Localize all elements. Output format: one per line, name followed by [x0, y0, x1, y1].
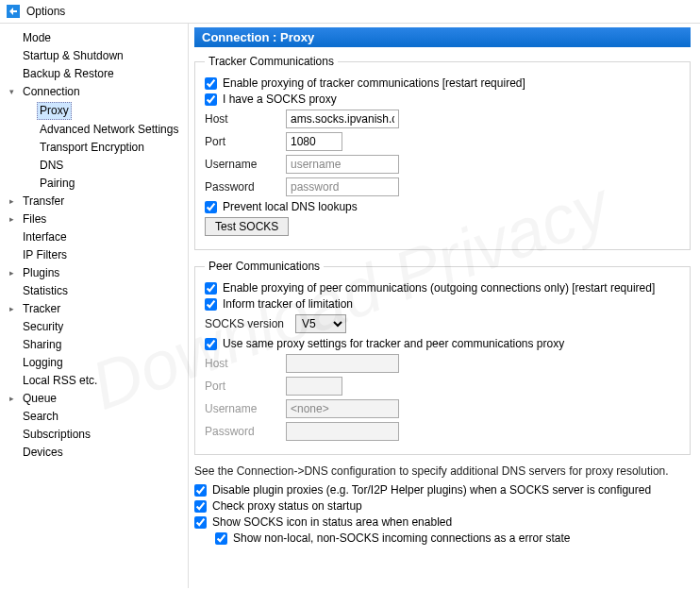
tree-item[interactable]: Advanced Network Settings: [23, 121, 184, 139]
tree-item[interactable]: ▸Transfer: [6, 193, 184, 211]
tree-item-label: Plugins: [20, 265, 62, 281]
tree-item[interactable]: Mode: [6, 29, 184, 47]
title-bar: Options: [0, 0, 700, 23]
tree-item-label: Security: [20, 319, 66, 335]
peer-username-label: Username: [205, 402, 280, 415]
tree-item-label: Transport Encryption: [37, 140, 147, 156]
socks-version-select[interactable]: V5: [295, 314, 346, 333]
disable-plugin-proxies-checkbox[interactable]: [194, 484, 207, 497]
have-socks-label: I have a SOCKS proxy: [223, 93, 337, 106]
chevron-right-icon[interactable]: ▸: [6, 391, 17, 407]
tree-item-label: Devices: [20, 445, 66, 461]
tree-item-label: Sharing: [20, 337, 64, 353]
tree-item[interactable]: Pairing: [23, 175, 184, 193]
tree-item[interactable]: Backup & Restore: [6, 65, 184, 83]
main-panel: Connection : Proxy Tracker Communication…: [189, 24, 700, 588]
app-icon: [6, 4, 21, 19]
tree-item[interactable]: ▸Plugins: [6, 264, 184, 282]
show-socks-icon-checkbox[interactable]: [194, 516, 207, 529]
tree-item-label: Logging: [20, 355, 66, 371]
password-input[interactable]: [286, 177, 399, 196]
password-label: Password: [205, 180, 280, 194]
peer-password-label: Password: [205, 425, 280, 438]
inform-tracker-label: Inform tracker of limitation: [223, 297, 353, 311]
tree-item-label: Search: [20, 409, 61, 425]
username-input[interactable]: [286, 155, 399, 174]
tree-item[interactable]: Statistics: [6, 282, 184, 300]
host-input[interactable]: [286, 110, 399, 128]
tree-item[interactable]: Logging: [6, 354, 184, 372]
tree-item-label: DNS: [37, 158, 66, 174]
tree-item[interactable]: Search: [6, 408, 184, 426]
port-input[interactable]: [286, 132, 342, 151]
chevron-right-icon[interactable]: ▸: [6, 265, 17, 281]
nav-tree: ModeStartup & ShutdownBackup & Restore▾C…: [0, 24, 189, 588]
port-label: Port: [205, 135, 280, 148]
check-startup-label: Check proxy status on startup: [212, 499, 362, 513]
tree-item-label: Mode: [20, 30, 54, 46]
tree-item[interactable]: DNS: [23, 157, 184, 175]
tree-item-label: Local RSS etc.: [20, 373, 100, 389]
tree-item[interactable]: Interface: [6, 228, 184, 246]
tree-item-label: IP Filters: [20, 247, 70, 263]
enable-peer-proxy-checkbox[interactable]: [205, 282, 217, 295]
prevent-dns-label: Prevent local DNS lookups: [223, 200, 358, 213]
enable-tracker-proxy-label: Enable proxying of tracker communication…: [223, 76, 525, 90]
tree-item-label: Statistics: [20, 283, 71, 299]
window-title: Options: [26, 5, 65, 18]
tree-item-label: Backup & Restore: [20, 66, 117, 82]
username-label: Username: [205, 158, 280, 171]
tree-item-label: Tracker: [20, 301, 63, 317]
tree-item-label: Advanced Network Settings: [37, 122, 181, 138]
tree-item-label: Connection: [20, 84, 83, 100]
peer-host-label: Host: [205, 357, 280, 370]
have-socks-checkbox[interactable]: [205, 93, 217, 106]
tree-item-label: Subscriptions: [20, 427, 93, 443]
test-socks-button[interactable]: Test SOCKS: [205, 217, 289, 236]
tree-item[interactable]: ▸Queue: [6, 390, 184, 408]
tree-item[interactable]: ▸Files: [6, 211, 184, 228]
enable-peer-proxy-label: Enable proxying of peer communications (…: [223, 281, 655, 295]
show-nonlocal-checkbox[interactable]: [215, 532, 227, 545]
tree-item-label: Proxy: [37, 102, 72, 120]
chevron-down-icon[interactable]: ▾: [6, 84, 17, 100]
tree-item-label: Startup & Shutdown: [20, 48, 126, 64]
tree-item-label: Files: [20, 211, 49, 228]
tree-item-label: Queue: [20, 391, 59, 407]
tracker-group: Tracker Communications Enable proxying o…: [194, 55, 691, 250]
dns-note: See the Connection->DNS configuration to…: [194, 464, 691, 478]
tree-item[interactable]: Startup & Shutdown: [6, 47, 184, 65]
peer-port-label: Port: [205, 379, 280, 393]
disable-plugin-proxies-label: Disable plugin proxies (e.g. Tor/I2P Hel…: [212, 483, 651, 497]
check-startup-checkbox[interactable]: [194, 500, 207, 513]
tree-item[interactable]: Transport Encryption: [23, 139, 184, 157]
peer-port-input: [286, 377, 342, 396]
tree-item[interactable]: Sharing: [6, 336, 184, 354]
tree-item[interactable]: Proxy: [23, 101, 184, 121]
tree-item[interactable]: ▾Connection: [6, 83, 184, 101]
peer-username-input: [286, 399, 399, 418]
host-label: Host: [205, 112, 280, 126]
chevron-right-icon[interactable]: ▸: [6, 194, 17, 210]
socks-version-label: SOCKS version: [205, 317, 290, 330]
use-same-proxy-checkbox[interactable]: [205, 338, 217, 350]
tree-item[interactable]: IP Filters: [6, 246, 184, 264]
tree-item[interactable]: Devices: [6, 444, 184, 462]
tracker-legend: Tracker Communications: [205, 55, 338, 68]
tree-item-label: Interface: [20, 229, 70, 245]
show-nonlocal-label: Show non-local, non-SOCKS incoming conne…: [233, 531, 571, 545]
tree-item[interactable]: Security: [6, 318, 184, 336]
tree-item[interactable]: Local RSS etc.: [6, 372, 184, 390]
tree-item-label: Pairing: [37, 176, 77, 192]
tree-item-label: Transfer: [20, 194, 67, 210]
prevent-dns-checkbox[interactable]: [205, 201, 217, 213]
tree-item[interactable]: Subscriptions: [6, 426, 184, 444]
peer-legend: Peer Communications: [205, 260, 324, 273]
peer-password-input: [286, 422, 399, 441]
tree-item[interactable]: ▸Tracker: [6, 300, 184, 318]
inform-tracker-checkbox[interactable]: [205, 298, 217, 311]
chevron-right-icon[interactable]: ▸: [6, 211, 17, 228]
use-same-proxy-label: Use same proxy settings for tracker and …: [223, 337, 564, 350]
enable-tracker-proxy-checkbox[interactable]: [205, 77, 217, 90]
chevron-right-icon[interactable]: ▸: [6, 301, 17, 317]
